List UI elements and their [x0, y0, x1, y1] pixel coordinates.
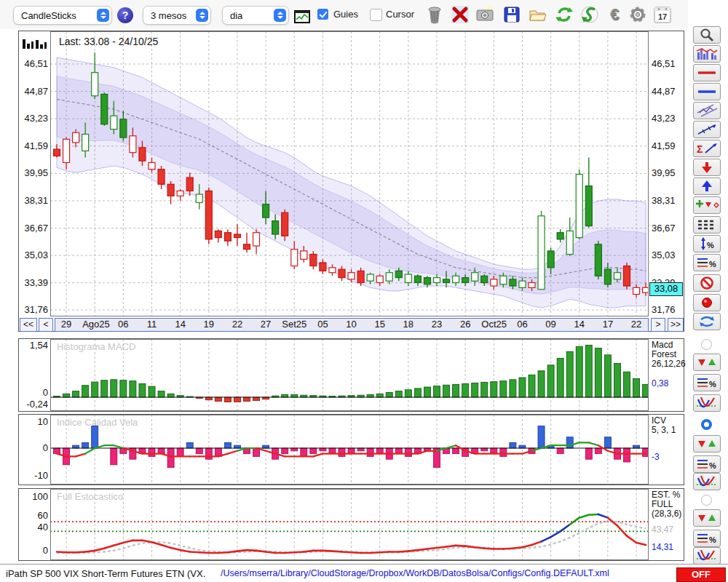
period-select[interactable]: 3 mesos [143, 6, 211, 25]
currency-button[interactable]: € [605, 4, 624, 24]
icv-curve-button[interactable] [693, 473, 721, 490]
open-button[interactable] [529, 4, 547, 24]
guies-label: Guies [333, 9, 358, 20]
levels-button[interactable] [693, 216, 721, 234]
forbid-button[interactable] [693, 274, 721, 292]
euro-icon: € [610, 5, 619, 24]
price-label: 46,51 [652, 58, 684, 69]
price-label: 41,59 [652, 140, 684, 151]
histogram-mode-icon [22, 36, 48, 51]
gear-icon [628, 5, 647, 24]
stoch-signals-button[interactable] [693, 509, 721, 527]
macd-plot-area [50, 339, 649, 414]
mini-chart-icon [294, 10, 310, 23]
forbid-icon [695, 276, 719, 290]
blue-up-arrow-icon [695, 179, 719, 194]
reload-data-button[interactable] [580, 4, 599, 24]
date-label: 06 [111, 319, 135, 330]
date-label: 15 [368, 319, 392, 330]
scroll-last-button[interactable]: >> [668, 318, 684, 332]
date-label: 14 [168, 319, 193, 330]
date-label: 22 [225, 319, 250, 330]
zoom-tool-button[interactable] [693, 26, 721, 44]
stoch-curve-button[interactable] [693, 547, 721, 565]
save-button[interactable] [502, 4, 521, 24]
config-path: /Users/mserra/Library/CloudStorage/Dropb… [221, 568, 609, 578]
icv-value: -3 [652, 453, 660, 462]
blue-line-tool-button[interactable] [693, 83, 721, 100]
toolbar: CandleSticks ? 3 mesos dia Guies Cursor [0, 0, 728, 29]
add-signal-button[interactable] [693, 196, 721, 214]
delete-button[interactable] [451, 4, 470, 24]
scroll-next-button[interactable]: > [651, 318, 665, 332]
lines-percent-icon: % [695, 457, 719, 471]
select-stepper-icon [274, 9, 286, 22]
stoch-lines-percent-button[interactable]: % [693, 530, 721, 547]
macd-lines-percent-button[interactable]: % [693, 374, 721, 391]
add-signal-icon [695, 198, 719, 212]
calendar-day: 17 [658, 12, 667, 21]
channel-tool-button[interactable] [693, 102, 721, 119]
stoch-y40-label: 40 [19, 522, 48, 533]
main-plot-area[interactable] [50, 31, 649, 319]
trendline-icon [695, 122, 719, 137]
macd-signals-button[interactable] [693, 354, 721, 371]
swap-arrows-icon [695, 314, 719, 329]
stochastic-panel: 100 60 40 0 Full Estocastico EST. % FULL… [18, 488, 684, 561]
date-label: 14 [567, 319, 592, 330]
down-signal-button[interactable] [693, 159, 721, 176]
stoch-panel-radio[interactable] [701, 495, 712, 506]
sigma-trend-button[interactable]: Σ [693, 140, 721, 157]
help-icon: ? [117, 7, 133, 23]
interval-select[interactable]: dia [222, 6, 289, 25]
current-price-tag: 33,08 [649, 282, 683, 296]
macd-yzero-label: 0 [19, 387, 48, 398]
updown-arrows-icon [696, 512, 718, 524]
price-label: 31,76 [19, 304, 48, 315]
up-signal-button[interactable] [693, 178, 721, 195]
snapshot-button[interactable] [476, 4, 495, 24]
stoch-d-value: 43,47 [652, 525, 673, 535]
calendar-button[interactable]: 17 [653, 4, 672, 24]
sigma-trend-icon: Σ [695, 141, 719, 156]
curve-icon [695, 549, 719, 563]
measure-percent-icon: % [695, 236, 719, 251]
settings-button[interactable] [628, 4, 647, 24]
svg-text:Σ: Σ [697, 143, 703, 155]
red-line-tool-button[interactable] [693, 64, 721, 81]
cursor-label: Cursor [386, 9, 414, 20]
off-toggle-button[interactable]: OFF [676, 567, 726, 582]
trash-button[interactable] [425, 4, 444, 24]
icv-panel-radio[interactable] [701, 419, 712, 430]
macd-curve-button[interactable] [693, 394, 721, 412]
trendline-tool-button[interactable] [693, 121, 721, 138]
scroll-first-button[interactable]: << [20, 318, 37, 332]
svg-text:%: % [709, 461, 716, 470]
macd-panel-radio[interactable] [701, 339, 712, 350]
measure-percent-button[interactable]: % [693, 235, 721, 252]
updown-arrows-icon [696, 438, 718, 450]
macd-ymin-label: -0,24 [19, 399, 48, 410]
chart-window-button[interactable] [293, 7, 312, 26]
guies-checkbox[interactable] [317, 9, 328, 20]
icv-lines-percent-button[interactable]: % [693, 455, 721, 473]
candlestick-plot[interactable] [50, 31, 649, 316]
record-icon [695, 295, 719, 310]
svg-text:%: % [709, 260, 716, 268]
record-button[interactable] [693, 294, 721, 311]
main-chart-panel: 46,5144,8743,2341,5939,9538,3136,6735,03… [18, 31, 684, 332]
stoch-y0-label: 0 [19, 545, 48, 556]
indicator-chart-icon [695, 47, 719, 61]
save-floppy-icon [504, 7, 520, 23]
swap-button[interactable] [693, 313, 721, 330]
help-button[interactable]: ? [116, 5, 135, 25]
lines-percent-button[interactable]: % [693, 254, 721, 271]
icv-signals-button[interactable] [693, 435, 721, 453]
curve-icon [695, 474, 719, 489]
scroll-prev-button[interactable]: < [39, 318, 53, 332]
chart-type-select[interactable]: CandleSticks [13, 6, 112, 25]
period-value: 3 mesos [143, 10, 196, 21]
refresh-button[interactable] [555, 4, 574, 24]
indicator-chart-button[interactable] [693, 45, 721, 63]
cursor-checkbox[interactable] [370, 9, 382, 21]
